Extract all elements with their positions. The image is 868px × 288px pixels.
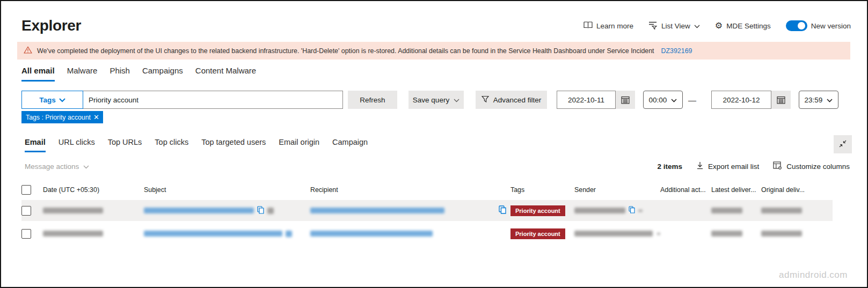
column-header-tags[interactable]: Tags [510,186,574,194]
toggle-switch-icon[interactable] [786,20,807,31]
end-date-input[interactable] [711,91,771,109]
end-time-select[interactable]: 23:59 [799,91,838,109]
start-date-input[interactable] [557,91,616,109]
priority-account-badge: Priority account [510,228,565,239]
row-checkbox[interactable] [21,229,31,239]
tab-email-origin[interactable]: Email origin [279,138,319,152]
customize-label: Customize columns [786,163,850,171]
chevron-down-icon [694,22,700,30]
tab-top-targeted-users[interactable]: Top targeted users [201,138,266,152]
advanced-filter-label: Advanced filter [493,96,541,104]
redacted-date [43,231,103,237]
list-view-label: List View [661,22,690,30]
tab-email[interactable]: Email [25,138,46,152]
banner-message: We've completed the deployment of the UI… [37,47,654,55]
chevron-down-icon [59,96,65,104]
warning-icon [24,46,32,55]
tab-all-email[interactable]: All email [21,66,55,82]
list-view-dropdown[interactable]: List View [648,21,700,31]
table-header-row: Date (UTC +05:30) Subject Recipient Tags… [21,182,833,198]
column-header-sender[interactable]: Sender [574,186,660,194]
priority-account-badge: Priority account [510,205,565,216]
items-count: 2 items [657,163,682,171]
close-icon[interactable]: ✕ [92,113,101,121]
email-table: Date (UTC +05:30) Subject Recipient Tags… [21,182,833,244]
applied-filter-chip[interactable]: Tags : Priority account ✕ [21,111,103,123]
save-query-dropdown[interactable]: Save query [409,91,464,109]
mde-settings-button[interactable]: ⚙ MDE Settings [715,21,771,30]
calendar-icon[interactable] [771,91,791,109]
column-header-original-delivery[interactable]: Original deliv... [761,186,812,194]
column-header-recipient[interactable]: Recipient [310,186,510,194]
list-toolbar: Message actions 2 items Export email lis… [25,161,850,171]
learn-more-label: Learn more [596,22,633,30]
redacted-icon [286,231,292,237]
start-time-value: 00:00 [649,96,667,104]
funnel-icon [482,95,489,105]
column-header-latest-delivery[interactable]: Latest deliver... [711,186,761,194]
chevron-down-icon [671,96,677,104]
start-time-select[interactable]: 00:00 [643,91,683,109]
filter-value-input[interactable] [83,91,343,109]
save-query-label: Save query [413,96,449,104]
end-date-group [711,91,791,109]
mde-settings-label: MDE Settings [726,22,771,30]
view-tab-bar: Email URL clicks Top URLs Top clicks Top… [25,138,368,152]
redacted-recipient [310,231,433,237]
redacted-subject [144,231,282,237]
refresh-button[interactable]: Refresh [348,91,397,109]
column-header-date[interactable]: Date (UTC +05:30) [43,186,144,194]
watermark: admindroid.com [779,270,848,280]
message-actions-dropdown[interactable]: Message actions [25,163,89,171]
select-all-checkbox[interactable] [21,185,31,195]
chevron-down-icon [83,163,89,171]
tab-campaign[interactable]: Campaign [332,138,368,152]
filter-bar: Tags Refresh Save query Advanced filter [21,91,838,109]
learn-more-button[interactable]: Learn more [583,21,633,31]
tab-malware[interactable]: Malware [67,66,98,82]
customize-columns-button[interactable]: Customize columns [773,161,850,171]
row-checkbox[interactable] [21,206,31,216]
incident-link[interactable]: DZ392169 [661,47,692,55]
explorer-page: Explorer Learn more List View ⚙ MDE Sett… [0,0,868,288]
export-email-list-button[interactable]: Export email list [696,161,759,171]
table-row[interactable]: Priority account [21,200,833,221]
redacted-mark [657,233,660,235]
copy-icon[interactable] [629,206,635,215]
export-label: Export email list [708,163,759,171]
header-actions: Learn more List View ⚙ MDE Settings New … [583,20,851,31]
tags-filter-dropdown[interactable]: Tags [21,91,83,109]
new-version-label: New version [811,22,851,30]
redacted-recipient [310,208,444,213]
table-row[interactable]: Priority account [21,223,833,244]
tab-content-malware[interactable]: Content Malware [195,66,256,82]
page-header: Explorer Learn more List View ⚙ MDE Sett… [21,17,851,34]
tab-top-clicks[interactable]: Top clicks [155,138,188,152]
tab-campaigns[interactable]: Campaigns [142,66,183,82]
book-icon [583,21,593,31]
column-header-subject[interactable]: Subject [144,186,310,194]
new-version-toggle[interactable]: New version [786,20,851,31]
tab-top-urls[interactable]: Top URLs [108,138,142,152]
calendar-icon[interactable] [616,91,635,109]
start-date-group [557,91,635,109]
column-header-additional[interactable]: Additional act... [660,186,711,194]
end-time-value: 23:59 [805,96,823,104]
message-actions-label: Message actions [25,163,79,171]
redacted-latest-delivery [711,208,742,213]
redacted-mark [638,210,643,212]
collapse-panel-button[interactable] [834,135,852,153]
advanced-filter-button[interactable]: Advanced filter [476,91,547,109]
gear-icon: ⚙ [715,21,723,30]
main-tab-bar: All email Malware Phish Campaigns Conten… [21,66,256,82]
redacted-subject [144,208,254,213]
collapse-arrows-icon [839,140,847,149]
redacted-sender [574,208,625,213]
copy-icon[interactable] [257,206,264,216]
tab-phish[interactable]: Phish [110,66,130,82]
redacted-icon [267,208,274,214]
chevron-down-icon [827,96,833,104]
tab-url-clicks[interactable]: URL clicks [59,138,95,152]
copy-icon[interactable] [499,205,506,216]
list-filter-icon [648,21,658,31]
